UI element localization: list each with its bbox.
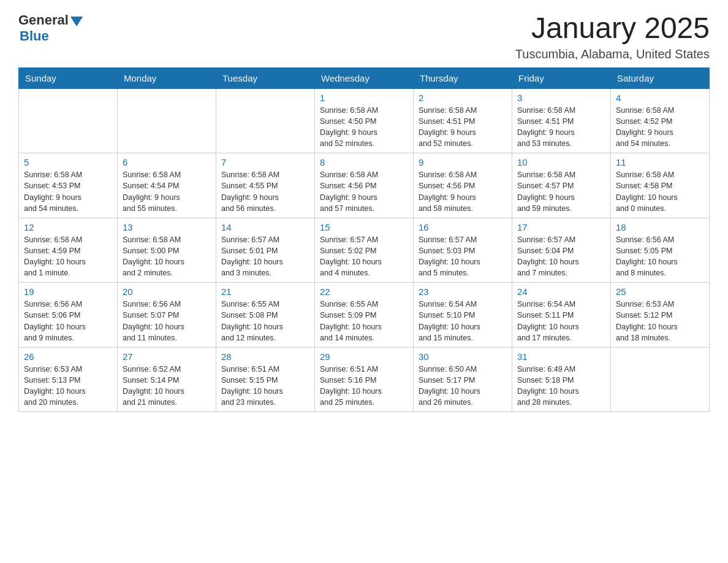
day-info: Sunrise: 6:52 AM Sunset: 5:14 PM Dayligh… [123, 364, 211, 408]
day-number: 17 [517, 222, 605, 232]
page-header: General Blue January 2025 Tuscumbia, Ala… [18, 12, 710, 61]
day-number: 10 [517, 157, 605, 167]
day-number: 23 [419, 286, 507, 297]
day-number: 24 [517, 286, 605, 297]
location-text: Tuscumbia, Alabama, United States [515, 47, 710, 61]
day-number: 8 [320, 157, 408, 167]
column-header-thursday: Thursday [414, 67, 512, 88]
column-header-wednesday: Wednesday [315, 67, 414, 88]
day-info: Sunrise: 6:58 AM Sunset: 4:56 PM Dayligh… [320, 169, 408, 214]
calendar-cell: 17Sunrise: 6:57 AM Sunset: 5:04 PM Dayli… [512, 218, 611, 283]
day-info: Sunrise: 6:55 AM Sunset: 5:09 PM Dayligh… [320, 299, 408, 343]
day-info: Sunrise: 6:58 AM Sunset: 4:55 PM Dayligh… [221, 169, 309, 214]
calendar-cell: 19Sunrise: 6:56 AM Sunset: 5:06 PM Dayli… [19, 283, 118, 348]
day-info: Sunrise: 6:56 AM Sunset: 5:07 PM Dayligh… [123, 299, 211, 343]
calendar-cell: 2Sunrise: 6:58 AM Sunset: 4:51 PM Daylig… [414, 88, 512, 153]
day-number: 3 [517, 93, 605, 103]
day-info: Sunrise: 6:51 AM Sunset: 5:16 PM Dayligh… [320, 364, 408, 408]
calendar-cell: 22Sunrise: 6:55 AM Sunset: 5:09 PM Dayli… [315, 283, 414, 348]
day-number: 25 [616, 286, 704, 297]
calendar-cell: 30Sunrise: 6:50 AM Sunset: 5:17 PM Dayli… [414, 347, 512, 412]
calendar-cell: 18Sunrise: 6:56 AM Sunset: 5:05 PM Dayli… [611, 218, 710, 283]
day-info: Sunrise: 6:57 AM Sunset: 5:04 PM Dayligh… [517, 234, 605, 279]
logo: General Blue [18, 12, 83, 44]
calendar-cell: 24Sunrise: 6:54 AM Sunset: 5:11 PM Dayli… [512, 283, 611, 348]
calendar-cell: 9Sunrise: 6:58 AM Sunset: 4:56 PM Daylig… [414, 153, 512, 218]
day-number: 14 [221, 222, 309, 232]
calendar-week-row: 1Sunrise: 6:58 AM Sunset: 4:50 PM Daylig… [19, 88, 710, 153]
month-title: January 2025 [515, 12, 710, 45]
calendar-cell: 4Sunrise: 6:58 AM Sunset: 4:52 PM Daylig… [611, 88, 710, 153]
calendar-cell: 28Sunrise: 6:51 AM Sunset: 5:15 PM Dayli… [216, 347, 315, 412]
day-info: Sunrise: 6:58 AM Sunset: 4:51 PM Dayligh… [419, 105, 507, 150]
calendar-cell: 6Sunrise: 6:58 AM Sunset: 4:54 PM Daylig… [118, 153, 216, 218]
calendar-cell: 7Sunrise: 6:58 AM Sunset: 4:55 PM Daylig… [216, 153, 315, 218]
day-number: 12 [24, 222, 112, 232]
day-number: 11 [616, 157, 704, 167]
day-number: 7 [221, 157, 309, 167]
calendar-cell: 16Sunrise: 6:57 AM Sunset: 5:03 PM Dayli… [414, 218, 512, 283]
day-info: Sunrise: 6:58 AM Sunset: 4:51 PM Dayligh… [517, 105, 605, 150]
day-info: Sunrise: 6:50 AM Sunset: 5:17 PM Dayligh… [419, 364, 507, 408]
day-number: 21 [221, 286, 309, 297]
day-info: Sunrise: 6:51 AM Sunset: 5:15 PM Dayligh… [221, 364, 309, 408]
day-info: Sunrise: 6:57 AM Sunset: 5:02 PM Dayligh… [320, 234, 408, 279]
day-info: Sunrise: 6:54 AM Sunset: 5:11 PM Dayligh… [517, 299, 605, 343]
calendar-cell [118, 88, 216, 153]
logo-arrow-icon [70, 17, 83, 26]
calendar-cell: 13Sunrise: 6:58 AM Sunset: 5:00 PM Dayli… [118, 218, 216, 283]
day-number: 6 [123, 157, 211, 167]
day-number: 4 [616, 93, 704, 103]
day-number: 5 [24, 157, 112, 167]
day-number: 9 [419, 157, 507, 167]
day-info: Sunrise: 6:58 AM Sunset: 4:50 PM Dayligh… [320, 105, 408, 150]
day-info: Sunrise: 6:56 AM Sunset: 5:05 PM Dayligh… [616, 234, 704, 279]
title-area: January 2025 Tuscumbia, Alabama, United … [515, 12, 710, 61]
calendar-cell: 27Sunrise: 6:52 AM Sunset: 5:14 PM Dayli… [118, 347, 216, 412]
column-header-sunday: Sunday [19, 67, 118, 88]
calendar-cell: 12Sunrise: 6:58 AM Sunset: 4:59 PM Dayli… [19, 218, 118, 283]
calendar-cell: 26Sunrise: 6:53 AM Sunset: 5:13 PM Dayli… [19, 347, 118, 412]
calendar-cell: 23Sunrise: 6:54 AM Sunset: 5:10 PM Dayli… [414, 283, 512, 348]
day-info: Sunrise: 6:55 AM Sunset: 5:08 PM Dayligh… [221, 299, 309, 343]
day-number: 20 [123, 286, 211, 297]
calendar-table: SundayMondayTuesdayWednesdayThursdayFrid… [18, 67, 710, 413]
day-info: Sunrise: 6:49 AM Sunset: 5:18 PM Dayligh… [517, 364, 605, 408]
calendar-cell: 20Sunrise: 6:56 AM Sunset: 5:07 PM Dayli… [118, 283, 216, 348]
day-info: Sunrise: 6:57 AM Sunset: 5:03 PM Dayligh… [419, 234, 507, 279]
day-info: Sunrise: 6:58 AM Sunset: 4:56 PM Dayligh… [419, 169, 507, 214]
calendar-cell: 15Sunrise: 6:57 AM Sunset: 5:02 PM Dayli… [315, 218, 414, 283]
day-number: 16 [419, 222, 507, 232]
day-info: Sunrise: 6:58 AM Sunset: 4:58 PM Dayligh… [616, 169, 704, 214]
day-info: Sunrise: 6:58 AM Sunset: 4:59 PM Dayligh… [24, 234, 112, 279]
day-number: 30 [419, 351, 507, 362]
calendar-cell: 31Sunrise: 6:49 AM Sunset: 5:18 PM Dayli… [512, 347, 611, 412]
day-number: 29 [320, 351, 408, 362]
day-number: 2 [419, 93, 507, 103]
calendar-cell: 5Sunrise: 6:58 AM Sunset: 4:53 PM Daylig… [19, 153, 118, 218]
column-header-saturday: Saturday [611, 67, 710, 88]
day-number: 28 [221, 351, 309, 362]
calendar-cell: 25Sunrise: 6:53 AM Sunset: 5:12 PM Dayli… [611, 283, 710, 348]
day-info: Sunrise: 6:57 AM Sunset: 5:01 PM Dayligh… [221, 234, 309, 279]
column-header-friday: Friday [512, 67, 611, 88]
day-number: 1 [320, 93, 408, 103]
calendar-cell: 14Sunrise: 6:57 AM Sunset: 5:01 PM Dayli… [216, 218, 315, 283]
day-info: Sunrise: 6:54 AM Sunset: 5:10 PM Dayligh… [419, 299, 507, 343]
day-number: 31 [517, 351, 605, 362]
day-info: Sunrise: 6:53 AM Sunset: 5:12 PM Dayligh… [616, 299, 704, 343]
day-number: 13 [123, 222, 211, 232]
day-number: 19 [24, 286, 112, 297]
day-info: Sunrise: 6:56 AM Sunset: 5:06 PM Dayligh… [24, 299, 112, 343]
calendar-cell: 10Sunrise: 6:58 AM Sunset: 4:57 PM Dayli… [512, 153, 611, 218]
calendar-cell: 11Sunrise: 6:58 AM Sunset: 4:58 PM Dayli… [611, 153, 710, 218]
calendar-header-row: SundayMondayTuesdayWednesdayThursdayFrid… [19, 67, 710, 88]
logo-general-text: General [18, 12, 69, 28]
calendar-cell [19, 88, 118, 153]
day-info: Sunrise: 6:58 AM Sunset: 4:53 PM Dayligh… [24, 169, 112, 214]
calendar-cell [216, 88, 315, 153]
day-info: Sunrise: 6:58 AM Sunset: 4:54 PM Dayligh… [123, 169, 211, 214]
day-info: Sunrise: 6:58 AM Sunset: 5:00 PM Dayligh… [123, 234, 211, 279]
day-number: 26 [24, 351, 112, 362]
calendar-cell: 29Sunrise: 6:51 AM Sunset: 5:16 PM Dayli… [315, 347, 414, 412]
